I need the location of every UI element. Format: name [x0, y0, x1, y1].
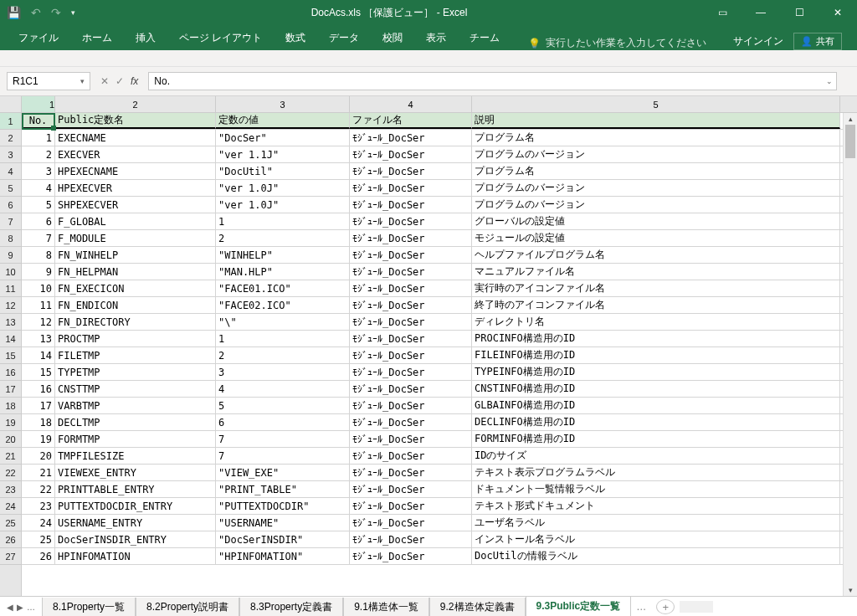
cell[interactable]: 5 [216, 398, 350, 413]
row-header[interactable]: 12 [0, 297, 21, 314]
header-name[interactable]: Public定数名 [55, 113, 216, 129]
cell[interactable]: 22 [22, 481, 55, 497]
col-header-4[interactable]: 4 [350, 96, 472, 112]
cell[interactable]: 6 [22, 213, 55, 229]
cell[interactable]: FILETMP [55, 347, 216, 363]
cell[interactable]: 4 [22, 180, 55, 196]
cell[interactable]: 1 [22, 130, 55, 146]
tab-team[interactable]: チーム [458, 26, 511, 50]
row-header[interactable]: 1 [0, 113, 21, 130]
col-header-2[interactable]: 2 [55, 96, 216, 112]
cancel-icon[interactable]: ✕ [100, 75, 109, 87]
cell[interactable]: 5 [22, 197, 55, 213]
row-header[interactable]: 9 [0, 247, 21, 264]
tab-review[interactable]: 校閲 [371, 26, 414, 50]
row-header[interactable]: 5 [0, 180, 21, 197]
sheet-tab[interactable]: 8.2Property説明書 [136, 598, 239, 616]
sheet-tab[interactable]: 8.1Property一覧 [42, 598, 136, 616]
cell[interactable]: "MAN.HLP" [216, 264, 350, 280]
row-header[interactable]: 24 [0, 498, 21, 515]
cell[interactable]: "USERNAME" [216, 515, 350, 531]
cell[interactable]: FORMTMP [55, 431, 216, 447]
cell[interactable]: FN_ENDICON [55, 297, 216, 313]
cell[interactable]: 7 [216, 448, 350, 464]
cell[interactable]: 終了時のアイコンファイル名 [472, 297, 840, 313]
cell[interactable]: 3 [216, 364, 350, 380]
cell[interactable]: FORMINFO構造用のID [472, 431, 840, 447]
tab-formulas[interactable]: 数式 [274, 26, 317, 50]
cell[interactable]: 16 [22, 381, 55, 397]
cell[interactable]: VIEWEXE_ENTRY [55, 465, 216, 480]
row-header[interactable]: 7 [0, 213, 21, 230]
cell[interactable]: EXECNAME [55, 130, 216, 146]
cell[interactable]: 6 [216, 414, 350, 430]
cell[interactable]: DocUtilの情報ラベル [472, 548, 840, 564]
cell[interactable]: ﾓｼﾞｭｰﾙ_DocSer [350, 247, 472, 263]
cell[interactable]: 26 [22, 548, 55, 564]
sheet-nav-more-icon[interactable]: … [27, 603, 35, 612]
cell[interactable]: ﾓｼﾞｭｰﾙ_DocSer [350, 364, 472, 380]
horizontal-scrollbar[interactable] [680, 601, 713, 613]
cell[interactable]: "ver 1.0J" [216, 197, 350, 213]
cell[interactable]: ﾓｼﾞｭｰﾙ_DocSer [350, 481, 472, 497]
row-header[interactable]: 18 [0, 398, 21, 414]
sheet-tab[interactable]: 9.3Public定数一覧 [526, 597, 632, 616]
cell[interactable]: ﾓｼﾞｭｰﾙ_DocSer [350, 280, 472, 296]
cell[interactable]: "DocUtil" [216, 163, 350, 179]
cell[interactable]: VARBTMP [55, 398, 216, 413]
cell[interactable]: "VIEW_EXE" [216, 465, 350, 480]
cell[interactable]: プログラムのバージョン [472, 180, 840, 196]
cell[interactable]: ﾓｼﾞｭｰﾙ_DocSer [350, 381, 472, 397]
cell[interactable]: ﾓｼﾞｭｰﾙ_DocSer [350, 180, 472, 196]
cell[interactable]: 15 [22, 364, 55, 380]
row-header[interactable]: 8 [0, 230, 21, 247]
cell[interactable]: ﾓｼﾞｭｰﾙ_DocSer [350, 331, 472, 346]
cell[interactable]: 2 [216, 347, 350, 363]
cell[interactable]: ﾓｼﾞｭｰﾙ_DocSer [350, 314, 472, 330]
cell[interactable]: テキスト形式ドキュメント [472, 498, 840, 514]
cell[interactable]: FN_EXECICON [55, 280, 216, 296]
formula-expand-icon[interactable]: ⌄ [826, 77, 833, 85]
tab-file[interactable]: ファイル [7, 26, 70, 50]
cell[interactable]: PUTTEXTDOCDIR_ENTRY [55, 498, 216, 514]
row-header[interactable]: 11 [0, 280, 21, 297]
cell[interactable]: PROCTMP [55, 331, 216, 346]
cell[interactable]: F_GLOBAL [55, 213, 216, 229]
row-header[interactable]: 27 [0, 548, 21, 565]
row-header[interactable]: 10 [0, 264, 21, 280]
cell[interactable]: CNSTTMP [55, 381, 216, 397]
cell[interactable]: ﾓｼﾞｭｰﾙ_DocSer [350, 431, 472, 447]
cell[interactable]: DECLINFO構造用のID [472, 414, 840, 430]
row-header[interactable]: 3 [0, 146, 21, 163]
cell[interactable]: ﾓｼﾞｭｰﾙ_DocSer [350, 498, 472, 514]
row-header[interactable]: 16 [0, 364, 21, 381]
cell[interactable]: TYPETMP [55, 364, 216, 380]
row-header[interactable]: 6 [0, 197, 21, 213]
cell[interactable]: 1 [216, 331, 350, 346]
row-header[interactable]: 25 [0, 515, 21, 531]
cell[interactable]: 7 [216, 431, 350, 447]
cell[interactable]: 9 [22, 264, 55, 280]
cell[interactable]: ﾓｼﾞｭｰﾙ_DocSer [350, 163, 472, 179]
cell[interactable]: ディレクトリ名 [472, 314, 840, 330]
cell[interactable]: 23 [22, 498, 55, 514]
save-icon[interactable]: 💾 [7, 6, 21, 19]
cell[interactable]: 13 [22, 331, 55, 346]
cell[interactable]: "FACE01.ICO" [216, 280, 350, 296]
cell[interactable]: DECLTMP [55, 414, 216, 430]
cell[interactable]: ﾓｼﾞｭｰﾙ_DocSer [350, 531, 472, 547]
cell[interactable]: HPEXECNAME [55, 163, 216, 179]
tell-me-search[interactable]: 💡 実行したい作業を入力してください [511, 36, 733, 50]
share-button[interactable]: 👤 共有 [793, 33, 842, 50]
col-header-1[interactable]: 1 [22, 96, 55, 112]
row-header[interactable]: 15 [0, 347, 21, 364]
cell[interactable]: 14 [22, 347, 55, 363]
cell[interactable]: ﾓｼﾞｭｰﾙ_DocSer [350, 213, 472, 229]
sheet-nav-next-icon[interactable]: ▶ [17, 603, 23, 612]
close-button[interactable]: ✕ [819, 0, 857, 25]
cell[interactable]: HPEXECVER [55, 180, 216, 196]
cell[interactable]: ドキュメント一覧情報ラベル [472, 481, 840, 497]
cell[interactable]: 8 [22, 247, 55, 263]
cell[interactable]: 7 [22, 230, 55, 246]
cell[interactable]: モジュールの設定値 [472, 230, 840, 246]
